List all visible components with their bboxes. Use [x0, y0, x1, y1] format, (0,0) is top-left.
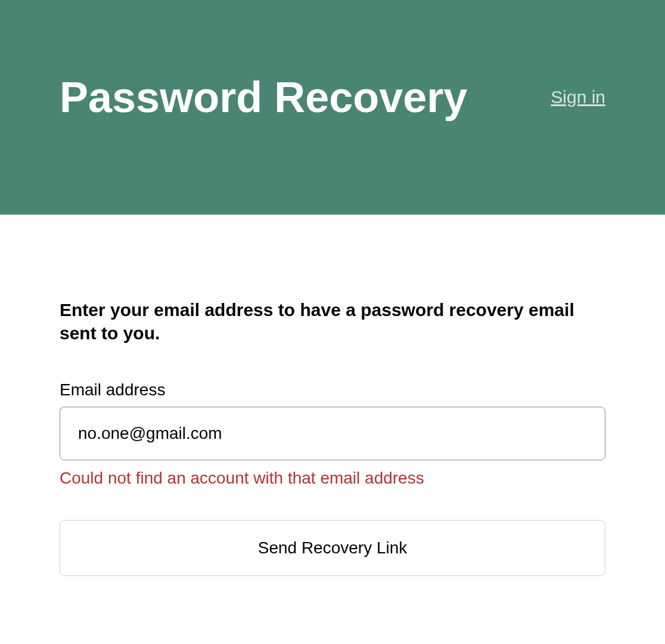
page-content: Enter your email address to have a passw… — [0, 215, 665, 576]
page-title: Password Recovery — [60, 73, 467, 122]
error-message: Could not find an account with that emai… — [60, 469, 605, 488]
email-label: Email address — [60, 380, 605, 400]
send-recovery-button[interactable]: Send Recovery Link — [60, 520, 605, 576]
instruction-text: Enter your email address to have a passw… — [60, 298, 605, 345]
page-header: Password Recovery Sign in — [0, 0, 665, 215]
email-field[interactable] — [60, 407, 605, 460]
signin-link[interactable]: Sign in — [551, 87, 605, 107]
